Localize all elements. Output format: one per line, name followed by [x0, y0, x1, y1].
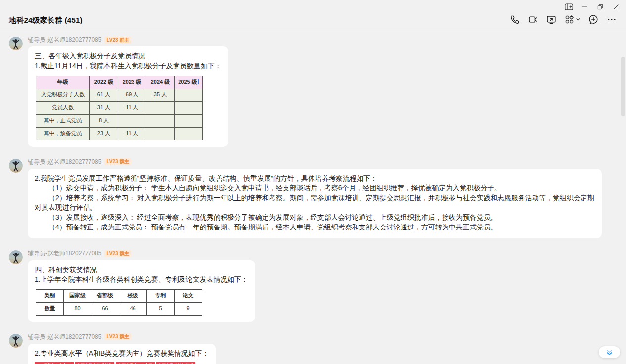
message-text: 1.上学年全院本科生各级各类科创类竞赛、专利及论文发表情况如下：	[35, 275, 248, 285]
message-text: （3）发展接收，逐级深入： 经过全面考察，表现优秀的积极分子被确定为发展对象，经…	[35, 213, 595, 223]
video-call-icon[interactable]	[528, 13, 538, 25]
collage-banner: 全国大学生地质技能竞赛（B）	[75, 362, 114, 364]
message-text: 1.截止11月14日，我院本科生入党积极分子及党员数量如下：	[35, 61, 222, 71]
header-actions	[510, 13, 617, 25]
collage-column: 全国大学生地质技能竞赛（B）	[75, 362, 114, 364]
table-cell: 11 人	[118, 101, 146, 114]
table-cell: 5	[147, 302, 175, 315]
app-window: { "titlebar": { "window_controls": ["inb…	[0, 0, 626, 364]
message-text: （1）递交申请，成为积极分子： 学生本人自愿向党组织递交入党申请书，经支部谈话后…	[35, 183, 595, 193]
table-cell: 数量	[36, 302, 64, 315]
message-text: 四、科创类获奖情况	[35, 265, 248, 275]
table-cell: 69 人	[118, 89, 146, 101]
collage-column: “挑战杯” 竞赛（A+）	[35, 362, 74, 364]
group-apps-button[interactable]	[564, 13, 581, 25]
table-header-cell: 2022 级	[90, 76, 118, 89]
more-icon[interactable]	[606, 13, 617, 25]
table-cell: 入党积极分子人数	[36, 89, 90, 101]
message-bubble: 2.我院学生党员发展工作严格遵循“坚持标准、保证质量、改善结构、慎重发展”的方针…	[28, 169, 602, 238]
table-cell	[146, 101, 175, 114]
sender-name[interactable]: 辅导员-赵老师18202777085	[28, 333, 101, 341]
avatar[interactable]	[9, 250, 23, 264]
message-text: （4）预备转正，成为正式党员： 预备党员有一年的预备期。预备期满后，经本人申请、…	[35, 223, 595, 232]
table-cell: 46	[119, 302, 147, 315]
message-meta: 辅导员-赵老师18202777085 LV23 群主	[28, 333, 216, 341]
table-cell: 其中，正式党员	[36, 114, 90, 127]
chat-header: 地科24级家长群 (451)	[0, 0, 626, 30]
table-cell	[175, 114, 203, 127]
table-header-cell: 省部级	[91, 289, 119, 302]
message-body: 辅导员-赵老师18202777085 LV23 群主 2.我院学生党员发展工作严…	[28, 158, 602, 238]
message-row: 辅导员-赵老师18202777085 LV23 群主 四、科创类获奖情况 1.上…	[9, 250, 626, 322]
restore-button[interactable]	[592, 1, 608, 13]
table-header-cell: 类别	[36, 289, 64, 302]
message-text: 2.专业类高水平（A和B类竞赛为主）竞赛获奖情况如下：	[35, 349, 209, 359]
sender-name[interactable]: 辅导员-赵老师18202777085	[28, 249, 101, 258]
table-header-cell: 年级	[36, 76, 90, 89]
sender-name[interactable]: 辅导员-赵老师18202777085	[28, 36, 101, 44]
table-row: 党员人数 31 人 11 人	[36, 101, 203, 114]
table-header-row: 类别 国家级 省部级 校级 专利 论文	[36, 289, 202, 302]
table-cell: 23 人	[90, 127, 118, 140]
table-header-cell: 国家级	[64, 289, 91, 302]
table-cell: 66	[91, 302, 119, 315]
table-cell	[118, 114, 146, 127]
screen-share-icon[interactable]	[546, 13, 557, 25]
message-body: 辅导员-赵老师18202777085 LV23 群主 2.专业类高水平（A和B类…	[28, 333, 216, 364]
sender-name[interactable]: 辅导员-赵老师18202777085	[28, 158, 101, 166]
chat-title: 地科24级家长群 (451)	[9, 16, 83, 25]
owner-badge: LV23 群主	[104, 158, 131, 165]
party-stats-table-image[interactable]: 年级 2022 级 2023 级 2024 级 2025 级 入党积极分子人数 …	[36, 76, 203, 140]
close-button[interactable]	[608, 1, 624, 13]
awards-table-image[interactable]: 类别 国家级 省部级 校级 专利 论文 数量 80 66 46 5 9	[36, 289, 202, 316]
chevron-down-icon	[576, 13, 581, 25]
avatar[interactable]	[9, 159, 23, 173]
message-row: 辅导员-赵老师18202777085 LV23 群主 三、各年级入党积极分子及党…	[9, 36, 626, 147]
message-bubble: 2.专业类高水平（A和B类竞赛为主）竞赛获奖情况如下： “挑战杯” 竞赛（A+）…	[28, 344, 216, 364]
minimize-button[interactable]	[577, 1, 592, 13]
table-row: 其中，预备党员 23 人 11 人	[36, 127, 203, 140]
table-header-row: 年级 2022 级 2023 级 2024 级 2025 级	[36, 76, 203, 89]
competition-collage-image[interactable]: “挑战杯” 竞赛（A+） 全国大学生地质技能竞赛（B） 全国大学生GIS应用技能…	[35, 362, 209, 364]
table-header-cell: 2024 级	[146, 76, 175, 89]
create-plus-icon[interactable]	[588, 13, 599, 25]
voice-call-icon[interactable]	[510, 13, 520, 25]
owner-badge: LV23 群主	[104, 37, 131, 44]
collage-column: 全国大学生油气地质大赛（B）	[156, 362, 195, 364]
table-cell: 61 人	[90, 89, 118, 101]
table-cell: 其中，预备党员	[36, 127, 90, 140]
table-row: 入党积极分子人数 61 人 69 人 35 人	[36, 89, 203, 101]
text-cursor	[198, 79, 199, 84]
table-cell	[175, 127, 203, 140]
scroll-to-bottom-button[interactable]	[599, 346, 620, 358]
collage-banner: 全国大学生GIS应用技能大赛（B）	[116, 362, 155, 364]
table-cell: 11 人	[118, 127, 146, 140]
table-cell: 8 人	[90, 114, 118, 127]
message-list[interactable]: 辅导员-赵老师18202777085 LV23 群主 三、各年级入党积极分子及党…	[0, 30, 626, 364]
message-body: 辅导员-赵老师18202777085 LV23 群主 四、科创类获奖情况 1.上…	[28, 250, 255, 322]
avatar[interactable]	[9, 334, 23, 348]
message-bubble: 三、各年级入党积极分子及党员情况 1.截止11月14日，我院本科生入党积极分子及…	[28, 46, 228, 147]
table-row: 其中，正式党员 8 人	[36, 114, 203, 127]
table-cell	[175, 89, 203, 101]
table-cell: 31 人	[90, 101, 118, 114]
table-header-cell: 专利	[147, 289, 175, 302]
inbox-panel-icon[interactable]	[561, 1, 577, 13]
scrollbar-thumb[interactable]	[621, 57, 625, 116]
message-row: 辅导员-赵老师18202777085 LV23 群主 2.我院学生党员发展工作严…	[9, 158, 626, 238]
collage-column: 全国大学生GIS应用技能大赛（B）	[116, 362, 155, 364]
table-cell: 80	[64, 302, 91, 315]
table-cell	[146, 114, 175, 127]
message-text: 三、各年级入党积极分子及党员情况	[35, 51, 222, 61]
table-row: 数量 80 66 46 5 9	[36, 302, 202, 315]
message-row: 辅导员-赵老师18202777085 LV23 群主 2.专业类高水平（A和B类…	[9, 333, 626, 364]
table-cell	[146, 127, 175, 140]
collage-banner: 全国大学生油气地质大赛（B）	[156, 362, 195, 364]
message-text: 2.我院学生党员发展工作严格遵循“坚持标准、保证质量、改善结构、慎重发展”的方针…	[35, 174, 595, 183]
owner-badge: LV23 群主	[104, 250, 131, 257]
table-cell: 党员人数	[36, 101, 90, 114]
avatar[interactable]	[9, 37, 23, 50]
message-meta: 辅导员-赵老师18202777085 LV23 群主	[28, 250, 255, 257]
table-cell	[175, 101, 203, 114]
message-meta: 辅导员-赵老师18202777085 LV23 群主	[28, 36, 228, 44]
